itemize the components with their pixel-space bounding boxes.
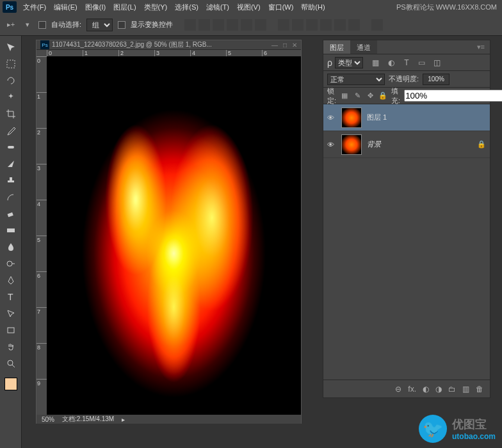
gradient-tool[interactable] xyxy=(3,223,19,238)
bird-icon: 🐦 xyxy=(419,415,447,443)
layer-fx-icon[interactable]: fx. xyxy=(408,385,416,394)
ruler-horizontal[interactable]: 0 1 2 3 4 5 6 xyxy=(36,50,301,56)
maximize-icon[interactable]: □ xyxy=(283,42,287,49)
canvas[interactable] xyxy=(47,56,301,415)
eraser-tool[interactable] xyxy=(3,206,19,221)
layer-mask-icon[interactable]: ◐ xyxy=(423,385,429,394)
menu-window[interactable]: 窗口(W) xyxy=(264,3,298,12)
ruler-tick: 7 xyxy=(36,307,47,343)
blur-tool[interactable] xyxy=(3,239,19,255)
filter-pixel-icon[interactable]: ▦ xyxy=(371,58,381,68)
filter-adjust-icon[interactable]: ◐ xyxy=(386,58,396,68)
zoom-tool[interactable] xyxy=(3,356,19,371)
color-swatch[interactable] xyxy=(4,378,17,390)
new-layer-icon[interactable]: ▥ xyxy=(462,385,469,394)
dist-top-icon[interactable] xyxy=(278,19,289,31)
align-right-icon[interactable] xyxy=(255,19,266,31)
close-icon[interactable]: ✕ xyxy=(292,42,297,49)
visibility-icon[interactable]: 👁 xyxy=(327,114,336,122)
search-icon[interactable]: ρ xyxy=(327,58,332,68)
brush-tool[interactable] xyxy=(3,156,19,172)
layer-name[interactable]: 图层 1 xyxy=(367,113,387,122)
dist-left-icon[interactable] xyxy=(320,19,332,31)
wand-tool[interactable] xyxy=(3,90,19,105)
history-brush-tool[interactable] xyxy=(3,189,19,205)
menu-select[interactable]: 选择(S) xyxy=(171,3,202,12)
ruler-tick: 2 xyxy=(118,50,154,56)
status-arrow-icon[interactable]: ▸ xyxy=(122,416,125,423)
pen-tool[interactable] xyxy=(3,273,19,288)
link-layers-icon[interactable]: ⊖ xyxy=(395,385,401,394)
minimize-icon[interactable]: — xyxy=(271,42,278,49)
dist-bottom-icon[interactable] xyxy=(306,19,318,31)
layer-row[interactable]: 👁 背景 🔒 xyxy=(323,131,490,158)
auto-select-checkbox[interactable] xyxy=(38,21,46,29)
layer-thumbnail[interactable] xyxy=(341,108,362,128)
ruler-tick: 0 xyxy=(36,56,47,92)
tab-layers[interactable]: 图层 xyxy=(323,40,350,54)
layer-group-icon[interactable]: 🗀 xyxy=(448,385,456,394)
svg-rect-1 xyxy=(8,146,14,148)
menu-file[interactable]: 文件(F) xyxy=(19,3,50,12)
filter-type-icon[interactable]: T xyxy=(401,58,412,68)
align-bottom-icon[interactable] xyxy=(213,19,224,31)
crop-tool[interactable] xyxy=(3,106,19,122)
filter-shape-icon[interactable]: ▭ xyxy=(417,58,427,68)
menu-help[interactable]: 帮助(H) xyxy=(297,3,328,12)
ruler-tick: 5 xyxy=(36,236,47,271)
align-left-icon[interactable] xyxy=(227,19,238,31)
auto-select-target[interactable]: 组 xyxy=(86,19,113,31)
healing-tool[interactable] xyxy=(3,140,19,155)
lock-transparent-icon[interactable]: ▦ xyxy=(340,92,349,100)
preset-dropdown-icon[interactable]: ▾ xyxy=(22,19,33,31)
align-vcenter-icon[interactable] xyxy=(198,19,210,31)
layer-name[interactable]: 背景 xyxy=(367,140,381,149)
lasso-tool[interactable] xyxy=(3,73,19,88)
visibility-icon[interactable]: 👁 xyxy=(327,141,336,148)
show-transform-checkbox[interactable] xyxy=(118,21,125,29)
filter-type-select[interactable]: 类型 xyxy=(335,57,363,68)
fill-input[interactable] xyxy=(404,90,502,102)
dodge-tool[interactable] xyxy=(3,256,19,271)
lock-pixels-icon[interactable]: ✎ xyxy=(353,92,362,100)
delete-layer-icon[interactable]: 🗑 xyxy=(476,385,483,394)
dist-hcenter-icon[interactable] xyxy=(334,19,346,31)
zoom-level[interactable]: 50% xyxy=(42,416,54,423)
layer-row[interactable]: 👁 图层 1 xyxy=(323,104,490,131)
ruler-tick: 3 xyxy=(36,164,47,200)
menu-edit[interactable]: 编辑(E) xyxy=(50,3,81,12)
app-logo-icon: Ps xyxy=(3,1,17,13)
align-hcenter-icon[interactable] xyxy=(241,19,252,31)
tools-panel: T xyxy=(0,36,22,448)
marquee-tool[interactable] xyxy=(3,56,19,72)
menu-view[interactable]: 视图(V) xyxy=(233,3,264,12)
filter-smart-icon[interactable]: ◫ xyxy=(432,58,442,68)
3d-mode-icon[interactable] xyxy=(371,19,383,31)
menu-image[interactable]: 图像(I) xyxy=(81,3,109,12)
lock-position-icon[interactable]: ✥ xyxy=(366,92,375,100)
dist-right-icon[interactable] xyxy=(348,19,360,31)
dist-vcenter-icon[interactable] xyxy=(292,19,304,31)
document-tab[interactable]: Ps 11074431_122403780263_2.jpg @ 50% (图层… xyxy=(36,40,301,50)
menu-layer[interactable]: 图层(L) xyxy=(109,3,140,12)
type-tool[interactable]: T xyxy=(3,289,19,305)
adjustment-layer-icon[interactable]: ◑ xyxy=(435,385,442,394)
blend-mode-select[interactable]: 正常 xyxy=(327,74,385,85)
tab-channels[interactable]: 通道 xyxy=(350,40,377,54)
opacity-input[interactable] xyxy=(423,74,449,85)
ruler-vertical[interactable]: 0 1 2 3 4 5 6 7 8 9 xyxy=(36,56,47,415)
menu-type[interactable]: 类型(Y) xyxy=(140,3,172,12)
menu-filter[interactable]: 滤镜(T) xyxy=(202,3,233,12)
lock-all-icon[interactable]: 🔒 xyxy=(378,92,387,100)
stamp-tool[interactable] xyxy=(3,173,19,188)
path-select-tool[interactable] xyxy=(3,306,19,321)
move-tool[interactable] xyxy=(3,40,19,55)
hand-tool[interactable] xyxy=(3,339,19,355)
layer-thumbnail[interactable] xyxy=(341,134,362,155)
panel-menu-icon[interactable]: ▾≡ xyxy=(472,40,490,54)
align-top-icon[interactable] xyxy=(184,19,196,31)
fill-label: 填充: xyxy=(391,86,400,106)
eyedropper-tool[interactable] xyxy=(3,123,19,138)
layers-panel: 图层 通道 ▾≡ ρ 类型 ▦ ◐ T ▭ ◫ 正常 不透明度: xyxy=(323,40,490,398)
rectangle-tool[interactable] xyxy=(3,323,19,338)
